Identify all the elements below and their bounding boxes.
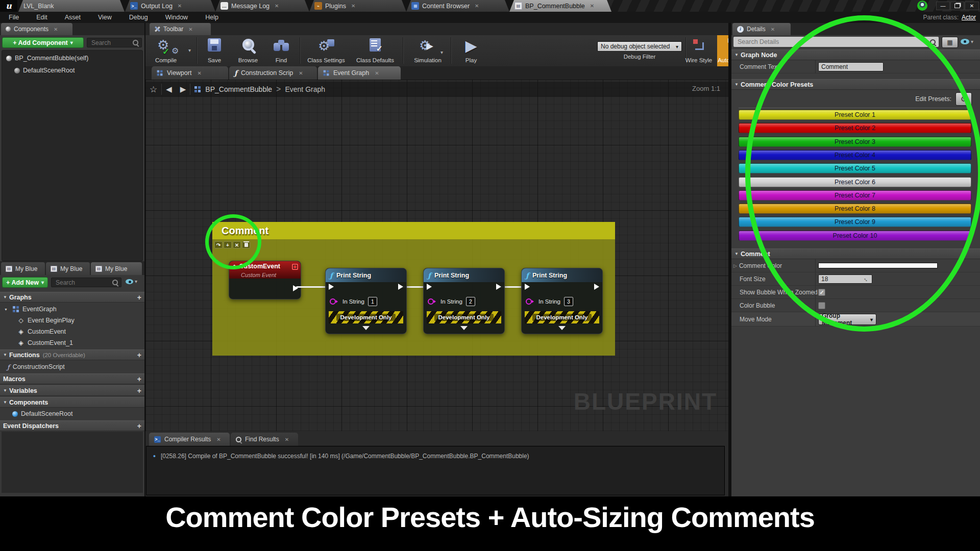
debug-object-select[interactable]: No debug object selected ▾ xyxy=(597,41,682,52)
tab-components-panel[interactable]: Components ✕ xyxy=(1,23,72,35)
tab-details[interactable]: i Details ✕ xyxy=(732,23,791,35)
close-icon[interactable]: ✕ xyxy=(351,3,355,9)
string-pin-icon[interactable] xyxy=(330,298,336,305)
class-settings-button[interactable]: ⚙ Class Settings xyxy=(303,37,350,65)
list-view-button[interactable]: ▦ xyxy=(942,37,958,48)
string-pin-icon[interactable] xyxy=(526,298,532,305)
menu-help[interactable]: Help xyxy=(197,14,227,21)
close-icon[interactable]: ✕ xyxy=(188,27,192,32)
breadcrumb-current[interactable]: Event Graph xyxy=(285,85,325,93)
delete-comment-button[interactable] xyxy=(242,241,250,248)
item-constructionscript[interactable]: ƒ ConstructionScript xyxy=(0,362,144,372)
compile-button[interactable]: ⚙ ⚙ ✓ Compile xyxy=(146,37,185,65)
tree-item-self[interactable]: BP_CommentBubble(self) xyxy=(2,52,142,64)
menu-view[interactable]: View xyxy=(89,14,120,21)
close-icon[interactable]: ✕ xyxy=(475,3,479,9)
add-function-button[interactable]: + xyxy=(137,351,141,359)
section-comment[interactable]: ▼ Comment xyxy=(731,248,980,259)
tab-my-blueprint-3[interactable]: ▤ My Blue xyxy=(91,262,142,275)
tab-viewport[interactable]: Viewport ✕ xyxy=(152,66,228,80)
preset-color-3-button[interactable]: Preset Color 3 xyxy=(739,137,971,147)
preset-color-10-button[interactable]: Preset Color 10 xyxy=(739,231,971,241)
minimize-button[interactable]: — xyxy=(936,2,950,10)
restore-button[interactable] xyxy=(950,2,964,10)
exec-in-pin[interactable] xyxy=(329,284,334,290)
preset-color-2-button[interactable]: Preset Color 2 xyxy=(739,123,971,133)
event-graph-canvas[interactable]: ☆ ◀ ▶ BP_CommentBubble > Event Graph Zoo… xyxy=(145,80,728,431)
preset-color-1-button[interactable]: Preset Color 1 xyxy=(739,110,971,120)
exec-in-pin[interactable] xyxy=(525,284,530,290)
menu-edit[interactable]: Edit xyxy=(28,14,56,21)
close-icon[interactable]: ✕ xyxy=(285,437,289,442)
pin-value-box[interactable]: 2 xyxy=(466,297,475,306)
item-defaultsceneroot[interactable]: DefaultSceneRoot xyxy=(0,409,144,419)
string-pin-icon[interactable] xyxy=(428,298,434,305)
pin-value-box[interactable]: 3 xyxy=(564,297,573,306)
breadcrumb-root[interactable]: BP_CommentBubble xyxy=(205,85,272,93)
preset-color-4-button[interactable]: Preset Color 4 xyxy=(739,150,971,160)
tab-output-log[interactable]: >_ Output Log ✕ xyxy=(125,0,215,12)
collapse-arrow-icon[interactable] xyxy=(558,326,566,330)
find-button[interactable]: Find xyxy=(266,37,297,65)
comment-text-input[interactable] xyxy=(818,62,884,71)
tab-construction-script[interactable]: ƒ Construction Scrip ✕ xyxy=(229,66,317,80)
comment-node-header[interactable]: Comment xyxy=(212,222,615,239)
visibility-filter-button[interactable]: ▾ xyxy=(126,279,137,284)
back-icon[interactable]: ◀ xyxy=(166,85,172,94)
close-icon[interactable]: ✕ xyxy=(299,70,303,76)
parent-class-link[interactable]: Actor xyxy=(962,14,976,21)
close-icon[interactable]: ✕ xyxy=(197,70,201,76)
print-string-node-1[interactable]: ƒ Print String In String 1 Development O… xyxy=(325,268,407,334)
tab-my-blueprint-1[interactable]: ▤ My Blue xyxy=(1,262,45,275)
add-new-button[interactable]: + Add New ▾ xyxy=(2,277,48,288)
tab-compiler-results[interactable]: >_ Compiler Results ✕ xyxy=(149,433,230,446)
item-event-beginplay[interactable]: ◇ Event BeginPlay xyxy=(0,315,144,325)
preset-color-9-button[interactable]: Preset Color 9 xyxy=(739,217,971,227)
tab-event-graph[interactable]: Event Graph ✕ xyxy=(318,66,401,80)
add-component-button[interactable]: + Add Component ▾ xyxy=(2,37,84,48)
tab-bp-commentbubble[interactable]: ▤ BP_CommentBubble ✕ xyxy=(509,0,611,12)
add-macro-button[interactable]: + xyxy=(137,375,141,383)
custom-event-node[interactable]: ◈ CustomEvent Custom Event xyxy=(229,261,301,299)
tab-level[interactable]: LVL_Blank xyxy=(18,0,125,12)
browse-button[interactable]: Browse xyxy=(231,37,265,65)
save-button[interactable]: Save xyxy=(199,37,230,65)
event-options-button[interactable] xyxy=(292,264,298,270)
section-graphs[interactable]: ▼ Graphs + xyxy=(0,292,144,303)
tab-content-browser[interactable]: ▦ Content Browser ✕ xyxy=(406,0,509,12)
play-options-chevron-icon[interactable]: ▾ xyxy=(440,49,443,55)
favorite-star-icon[interactable]: ☆ xyxy=(150,84,157,95)
compile-options-chevron-icon[interactable]: ▾ xyxy=(188,47,191,53)
exec-in-pin[interactable] xyxy=(427,284,432,290)
menu-asset[interactable]: Asset xyxy=(56,14,89,21)
section-comment-color-presets[interactable]: ▼ Comment Color Presets xyxy=(731,79,980,90)
tab-my-blueprint-2[interactable]: ▤ My Blue xyxy=(46,262,90,275)
font-size-input[interactable]: 18 ↔ xyxy=(818,274,872,284)
close-icon[interactable]: ✕ xyxy=(771,27,775,32)
edit-presets-gear-button[interactable]: ⚙ xyxy=(955,92,972,106)
menu-window[interactable]: Window xyxy=(157,14,197,21)
print-string-node-2[interactable]: ƒ Print String In String 2 Development O… xyxy=(423,268,505,334)
section-variables[interactable]: ▼ Variables + xyxy=(0,385,144,396)
add-node-button[interactable]: + xyxy=(224,241,232,248)
section-components[interactable]: ▼ Components xyxy=(0,397,144,408)
tree-item-scene-root[interactable]: DefaultSceneRoot xyxy=(2,64,142,77)
menu-debug[interactable]: Debug xyxy=(120,14,157,21)
tab-find-results[interactable]: Find Results ✕ xyxy=(231,433,298,446)
close-button[interactable]: ✕ xyxy=(965,2,979,10)
preset-color-6-button[interactable]: Preset Color 6 xyxy=(739,177,971,187)
section-macros[interactable]: Macros + xyxy=(0,373,144,384)
components-search-input[interactable] xyxy=(90,39,133,47)
item-eventgraph[interactable]: ▼ EventGraph xyxy=(0,304,144,314)
wire-style-button[interactable]: Wire Style xyxy=(681,37,716,65)
pin-value-box[interactable]: 1 xyxy=(368,297,377,306)
resize-icon[interactable]: ↔ xyxy=(862,275,870,283)
myblueprint-search-input[interactable] xyxy=(55,279,112,287)
exec-out-pin[interactable] xyxy=(496,284,501,290)
close-icon[interactable]: ✕ xyxy=(590,3,594,9)
refit-comment-button[interactable]: ↷ xyxy=(214,241,223,248)
source-control-icon[interactable] xyxy=(917,1,927,11)
color-bubble-checkbox[interactable] xyxy=(818,302,825,309)
show-bubble-checkbox[interactable]: ✓ xyxy=(818,289,825,296)
print-string-node-3[interactable]: ƒ Print String In String 3 Development O… xyxy=(521,268,603,334)
